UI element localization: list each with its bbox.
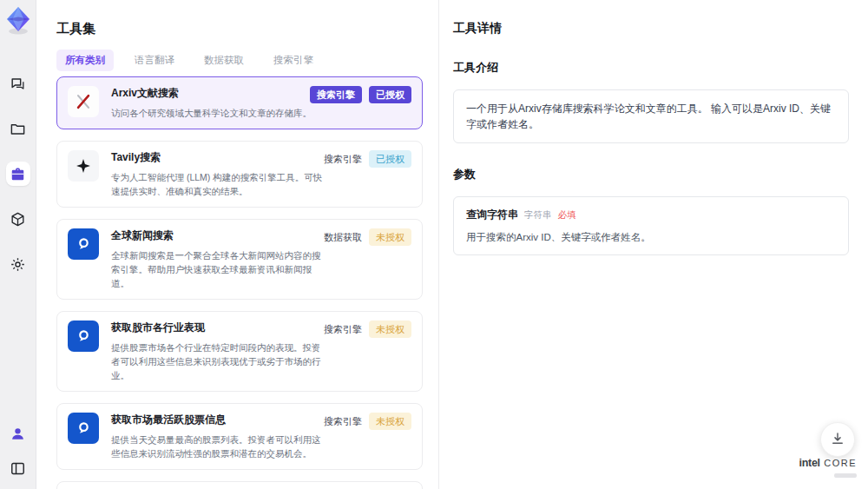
tool-name: 获取股市各行业表现 [111,320,205,335]
download-icon [830,431,845,449]
intel-core-logo: intel CORE [799,457,857,478]
category-badge: 搜索引擎 [310,86,362,103]
tab-search-engine[interactable]: 搜索引擎 [265,50,322,71]
tool-card-tavily[interactable]: Tavily搜索 搜索引擎 已授权 专为人工智能代理 (LLM) 构建的搜索引擎… [56,141,423,208]
tool-card-most-active-stocks[interactable]: 获取市场最活跃股票信息 搜索引擎 未授权 提供当天交易量最高的股票列表。投资者可… [56,403,423,470]
detail-title: 工具详情 [453,21,849,36]
auth-badge: 未授权 [369,320,411,338]
sidebar-item-tools[interactable] [6,162,30,186]
intel-brand-text: intel [799,457,820,469]
category-label: 搜索引擎 [324,153,362,166]
auth-badge: 已授权 [369,150,411,168]
tool-detail-panel: 工具详情 工具介绍 一个用于从Arxiv存储库搜索科学论文和文章的工具。 输入可… [438,0,868,489]
tab-all-categories[interactable]: 所有类别 [56,50,114,71]
news-search-icon [68,320,99,352]
tool-card-global-news[interactable]: 全球新闻搜索 数据获取 未授权 全球新闻搜索是一个聚合全球各大新闻网站内容的搜索… [56,219,423,300]
tool-list-panel: 工具集 所有类别 语言翻译 数据获取 搜索引擎 Arxiv文献搜索 搜索引擎 已… [36,0,438,489]
intro-heading: 工具介绍 [453,60,849,76]
tool-card-list: Arxiv文献搜索 搜索引擎 已授权 访问各个研究领域大量科学论文和文章的存储库… [56,76,423,489]
sidebar-bottom [6,421,30,480]
tool-card-sector-performance[interactable]: 获取股市各行业表现 搜索引擎 未授权 提供股票市场各个行业在特定时间段内的表现。… [56,311,423,392]
tool-description: 专为人工智能代理 (LLM) 构建的搜索引擎工具。可快速提供实时、准确和真实的结… [111,170,323,198]
tool-card-regional-news[interactable]: 万维地区新闻查询 搜索引擎 未授权 查询具体行政区划内的新闻，快速了解各地新闻动 [56,481,423,489]
tool-description: 全球新闻搜索是一个聚合全球各大新闻网站内容的搜索引擎。帮助用户快速获取全球最新资… [111,248,323,290]
tool-card-arxiv[interactable]: Arxiv文献搜索 搜索引擎 已授权 访问各个研究领域大量科学论文和文章的存储库… [56,76,423,129]
param-required-badge: 必填 [558,209,576,221]
category-label: 搜索引擎 [324,415,362,428]
param-type: 字符串 [524,209,552,221]
news-search-icon [68,413,99,444]
tool-name: Tavily搜索 [111,150,161,165]
tool-name: 获取市场最活跃股票信息 [111,413,226,427]
tool-description: 提供当天交易量最高的股票列表。投资者可以利用这些信息来识别流动性强的股票和潜在的… [111,433,323,460]
auth-badge: 已授权 [369,86,411,103]
param-description: 用于搜索的Arxiv ID、关键字或作者姓名。 [466,231,836,244]
gear-icon [10,256,26,273]
auth-badge: 未授权 [369,228,411,246]
core-brand-text: CORE [824,458,857,468]
tab-data-fetch[interactable]: 数据获取 [195,50,253,71]
sidebar-item-collapse[interactable] [6,456,30,480]
sidebar-item-chat[interactable] [6,71,30,96]
panel-icon [10,460,26,477]
user-icon [10,426,26,442]
sidebar [0,0,36,489]
category-label: 搜索引擎 [324,323,362,336]
auth-badge: 未授权 [369,413,411,430]
sidebar-item-settings[interactable] [6,252,30,276]
news-search-icon [68,228,99,260]
tool-description: 访问各个研究领域大量科学论文和文章的存储库。 [111,106,323,120]
param-name: 查询字符串 [466,208,518,222]
category-label: 数据获取 [324,231,362,244]
download-button[interactable] [820,422,855,457]
intro-text: 一个用于从Arxiv存储库搜索科学论文和文章的工具。 输入可以是Arxiv ID… [466,101,836,132]
sidebar-nav [6,71,30,276]
app-logo gem-logo [3,5,33,36]
cube-icon [10,211,26,228]
category-tabs: 所有类别 语言翻译 数据获取 搜索引擎 [56,50,322,71]
sidebar-item-profile[interactable] [6,421,30,446]
tool-name: 全球新闻搜索 [111,228,174,243]
tool-name: Arxiv文献搜索 [111,86,179,101]
arxiv-icon [68,86,99,117]
intro-box: 一个用于从Arxiv存储库搜索科学论文和文章的工具。 输入可以是Arxiv ID… [453,89,849,143]
page-title: 工具集 [56,21,95,37]
tavily-star-icon [68,150,99,182]
tab-language-translation[interactable]: 语言翻译 [126,50,183,71]
sidebar-item-files[interactable] [6,116,30,141]
params-heading: 参数 [453,167,849,182]
tool-description: 提供股票市场各个行业在特定时间段内的表现。投资者可以利用这些信息来识别表现优于或… [111,340,323,382]
sidebar-item-packages[interactable] [6,207,30,231]
folder-icon [10,121,26,137]
param-box: 查询字符串 字符串 必填 用于搜索的Arxiv ID、关键字或作者姓名。 [453,196,849,255]
chat-icon [10,76,26,92]
intel-logo-subtext [834,473,857,478]
briefcase-icon [10,166,26,182]
